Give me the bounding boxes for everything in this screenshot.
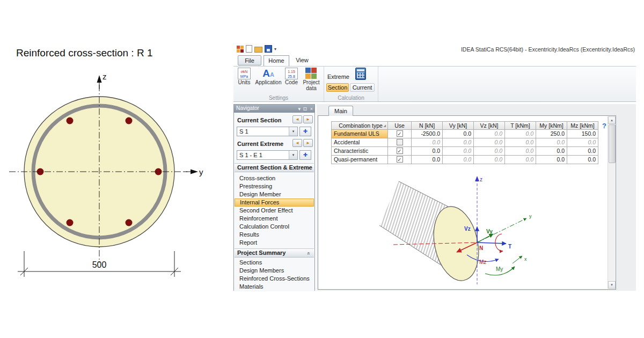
qat-dropdown-icon[interactable]: ▾ xyxy=(274,47,276,52)
nav-group-project-summary[interactable]: Project Summary » xyxy=(235,248,314,258)
mz-cell[interactable]: 0.0 xyxy=(567,138,598,147)
nav-item-second-order-effect[interactable]: Second Order Effect xyxy=(235,207,314,215)
tab-view[interactable]: View xyxy=(291,55,313,65)
tab-home[interactable]: Home xyxy=(264,55,289,66)
nav-item-results[interactable]: Results xyxy=(235,231,314,239)
scroll-down-button[interactable]: ▼ xyxy=(608,281,616,289)
prev-section-button[interactable]: ◄ xyxy=(292,115,302,123)
combination-type-cell[interactable]: Fundamental ULS xyxy=(331,130,388,138)
vy-cell[interactable]: 0.0 xyxy=(443,138,474,147)
navigator-body: Current Section ◄ ► S 1 ▾ ✚ Current Extr… xyxy=(234,113,314,291)
column-header-t[interactable]: T [kNm] xyxy=(505,121,536,130)
extreme-detail-button[interactable]: ✚ xyxy=(299,150,311,160)
use-cell[interactable]: ✓ xyxy=(388,156,412,164)
panel-menu-icon[interactable]: ▾ xyxy=(298,105,301,113)
column-header-vy[interactable]: Vy [kN] xyxy=(443,121,474,130)
section-detail-button[interactable]: ✚ xyxy=(299,127,311,136)
tab-file[interactable]: File xyxy=(238,55,261,65)
close-icon[interactable]: × xyxy=(310,105,313,113)
use-checkbox[interactable]: ✓ xyxy=(397,148,403,154)
column-header-use[interactable]: Use xyxy=(388,121,412,130)
mz-cell[interactable]: 0.0 xyxy=(567,156,598,164)
vy-cell[interactable]: 0.0 xyxy=(443,147,474,156)
my-cell[interactable]: 0.0 xyxy=(536,147,567,156)
current-section-select[interactable]: S 1 ▾ xyxy=(237,127,298,136)
nav-item-sections[interactable]: Sections xyxy=(235,259,314,267)
t-cell[interactable]: 0.0 xyxy=(505,147,536,156)
code-button[interactable]: 1.15 25.8 Code xyxy=(283,68,300,86)
my-cell[interactable]: 0.0 xyxy=(536,138,567,147)
table-header-row: Combination type ◢ Use N [kN] Vy [kN] Vz… xyxy=(331,121,598,130)
use-cell[interactable]: ✓ xyxy=(388,147,412,156)
extreme-label[interactable]: Extreme xyxy=(327,74,349,80)
nav-item-report[interactable]: Report xyxy=(235,239,314,247)
application-button[interactable]: AA Application xyxy=(254,68,283,86)
calculator-icon[interactable] xyxy=(355,68,366,80)
new-document-icon[interactable] xyxy=(246,45,252,53)
collapse-icon[interactable]: » xyxy=(305,252,313,255)
t-cell[interactable]: 0.0 xyxy=(505,138,536,147)
combination-type-cell[interactable]: Characteristic xyxy=(331,147,388,156)
next-section-button[interactable]: ► xyxy=(303,115,313,123)
n-cell[interactable]: 0.0 xyxy=(412,156,443,164)
nav-item-reinforced-cross-sections[interactable]: Reinforced Cross-Sections xyxy=(235,275,314,283)
dropdown-caret-icon[interactable]: ▾ xyxy=(289,127,297,136)
nav-item-calculation-control[interactable]: Calculation Control xyxy=(235,223,314,231)
nav-item-reinforcement[interactable]: Reinforcement xyxy=(235,215,314,223)
column-header-my[interactable]: My [kNm] xyxy=(536,121,567,130)
column-header-n[interactable]: N [kN] xyxy=(412,121,443,130)
combination-type-cell[interactable]: Quasi-permanent xyxy=(331,156,388,164)
nav-item-materials[interactable]: Materials xyxy=(235,283,314,291)
n-cell[interactable]: 0.0 xyxy=(412,138,443,147)
column-header-combination-type[interactable]: Combination type ◢ xyxy=(331,121,388,130)
vz-cell[interactable]: 0.0 xyxy=(474,138,505,147)
prev-extreme-button[interactable]: ◄ xyxy=(292,139,302,147)
next-extreme-button[interactable]: ► xyxy=(303,139,313,147)
use-cell[interactable]: ✓ xyxy=(388,130,412,138)
section-toggle-button[interactable]: Section xyxy=(326,83,349,92)
nav-item-design-members[interactable]: Design Members xyxy=(235,267,314,275)
vz-cell[interactable]: 0.0 xyxy=(474,156,505,164)
use-checkbox[interactable]: ✓ xyxy=(397,156,403,163)
vz-cell[interactable]: 0.0 xyxy=(474,147,505,156)
project-data-button[interactable]: Project data xyxy=(300,68,323,91)
nav-group-current-section-extreme[interactable]: Current Section & Extreme » xyxy=(235,163,314,172)
navigator-titlebar: Navigator ▾ ⊡ × xyxy=(234,105,314,113)
t-cell[interactable]: 0.0 xyxy=(505,156,536,164)
tab-main[interactable]: Main xyxy=(328,106,353,116)
pin-icon[interactable]: ⊡ xyxy=(303,105,307,113)
nav-item-cross-section[interactable]: Cross-section xyxy=(235,174,314,182)
use-checkbox[interactable] xyxy=(397,139,403,145)
mz-cell[interactable]: 0.0 xyxy=(567,147,598,156)
collapse-icon[interactable]: » xyxy=(305,167,313,170)
nav-item-design-member[interactable]: Design Member xyxy=(235,190,314,199)
help-icon[interactable]: ? xyxy=(601,122,608,130)
n-cell[interactable]: -2500.0 xyxy=(412,130,443,138)
nav-item-prestressing[interactable]: Prestressing xyxy=(235,182,314,190)
nav-item-internal-forces[interactable]: Internal Forces xyxy=(235,199,314,207)
scroll-up-button[interactable]: ▲ xyxy=(608,116,616,124)
current-extreme-select[interactable]: S 1 - E 1 ▾ xyxy=(237,150,298,160)
z-axis: z xyxy=(97,72,107,89)
column-header-vz[interactable]: Vz [kN] xyxy=(474,121,505,130)
x-label: x xyxy=(524,256,527,262)
combination-type-cell[interactable]: Accidental xyxy=(331,138,388,147)
vertical-scrollbar[interactable]: ▲ ▼ xyxy=(608,116,615,289)
vz-cell[interactable]: 0.0 xyxy=(474,130,505,138)
n-cell[interactable]: 0.0 xyxy=(412,147,443,156)
my-cell[interactable]: 250.0 xyxy=(536,130,567,138)
open-folder-icon[interactable] xyxy=(254,47,262,53)
use-cell[interactable] xyxy=(388,138,412,147)
t-cell[interactable]: 0.0 xyxy=(505,130,536,138)
mz-cell[interactable]: 150.0 xyxy=(567,130,598,138)
column-header-mz[interactable]: Mz [kNm] xyxy=(567,121,598,130)
scrollbar-thumb[interactable] xyxy=(609,124,616,163)
vy-cell[interactable]: 0.0 xyxy=(443,156,474,164)
units-button[interactable]: σkN MPa Units xyxy=(235,68,254,86)
my-cell[interactable]: 0.0 xyxy=(536,156,567,164)
current-toggle-button[interactable]: Current xyxy=(350,83,375,92)
save-icon[interactable] xyxy=(265,45,272,53)
vy-cell[interactable]: 0.0 xyxy=(443,130,474,138)
use-checkbox[interactable]: ✓ xyxy=(397,130,403,137)
dropdown-caret-icon[interactable]: ▾ xyxy=(289,151,297,159)
